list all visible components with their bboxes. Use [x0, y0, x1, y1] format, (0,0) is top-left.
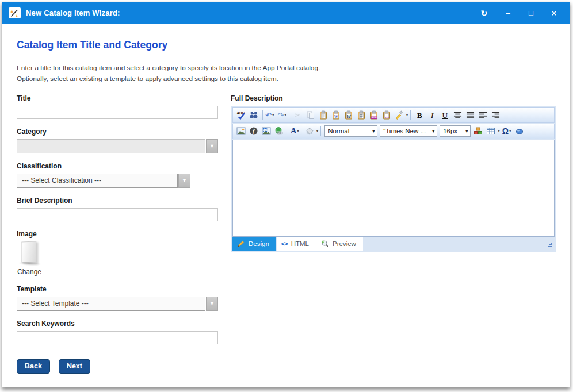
redo-icon[interactable]: ↷: [277, 112, 284, 119]
paragraph-style-caret-icon: ▾: [372, 129, 375, 134]
tab-preview[interactable]: Preview: [316, 237, 363, 251]
svg-text:★: ★: [15, 14, 18, 18]
category-label: Category: [17, 128, 218, 136]
title-bar: ★ ★ New Catalog Item Wizard: ↻ – □ ×: [2, 2, 570, 24]
maximize-icon[interactable]: □: [529, 9, 533, 17]
classification-label: Classification: [17, 162, 218, 170]
align-center-icon[interactable]: [451, 109, 464, 121]
redo-caret-icon[interactable]: ▾: [284, 113, 286, 117]
background-color-caret-icon[interactable]: ▾: [316, 129, 319, 133]
font-name-dropdown[interactable]: "Times New ... ▾: [380, 125, 437, 137]
editor-content-area[interactable]: [232, 140, 555, 237]
close-icon[interactable]: ×: [552, 9, 556, 17]
cut-icon[interactable]: ✂: [292, 109, 304, 121]
tab-html-label: HTML: [291, 240, 309, 247]
paste-plain-text-icon[interactable]: [355, 109, 368, 121]
resize-grip-icon[interactable]: [547, 242, 553, 248]
paragraph-style-value: Normal: [328, 128, 349, 134]
tab-html[interactable]: <> HTML: [277, 237, 316, 251]
bold-icon[interactable]: B: [413, 109, 426, 121]
description-line-1: Enter a title for this catalog item and …: [17, 63, 555, 74]
image-label: Image: [17, 230, 218, 238]
paste-options-icon[interactable]: <>: [380, 109, 393, 121]
module-manager-icon[interactable]: [513, 125, 526, 137]
back-button[interactable]: Back: [17, 359, 50, 374]
align-left-icon[interactable]: [476, 109, 489, 121]
find-replace-icon[interactable]: [247, 109, 260, 121]
toolbar-separator: [288, 126, 288, 136]
insert-table-icon[interactable]: [484, 125, 497, 137]
format-painter-caret-icon[interactable]: ▾: [406, 113, 408, 117]
insert-symbol-icon[interactable]: Ω: [502, 127, 509, 135]
wizard-body: Catalog Item Title and Category Enter a …: [2, 24, 570, 374]
insert-symbol-split-button[interactable]: Ω ▾: [502, 127, 511, 135]
template-select[interactable]: --- Select Template --- ▼: [17, 297, 218, 311]
toolbar-separator: [410, 110, 411, 120]
italic-icon[interactable]: I: [426, 109, 438, 121]
font-color-split-button[interactable]: A ▾: [291, 127, 299, 135]
template-dropdown-arrow-icon[interactable]: ▼: [206, 297, 218, 311]
insert-image-icon[interactable]: [235, 125, 247, 137]
undo-caret-icon[interactable]: ▾: [272, 113, 274, 117]
hyperlink-manager-icon[interactable]: [273, 125, 285, 137]
align-right-icon[interactable]: [489, 109, 502, 121]
font-name-caret-icon: ▾: [432, 129, 434, 134]
font-size-dropdown[interactable]: 16px ▾: [440, 125, 471, 137]
underline-icon[interactable]: U: [438, 109, 451, 121]
insert-table-split-button[interactable]: ▾: [484, 125, 500, 137]
tab-design-label: Design: [249, 240, 269, 247]
magnifier-icon: [321, 240, 329, 248]
insert-table-caret-icon[interactable]: ▾: [498, 129, 500, 133]
wizard-window: ★ ★ New Catalog Item Wizard: ↻ – □ × Cat…: [2, 2, 570, 387]
category-select-value[interactable]: [17, 139, 205, 153]
copy-icon[interactable]: [304, 109, 317, 121]
align-justify-icon[interactable]: [464, 109, 476, 121]
editor-toolbar-row-2: f: [232, 124, 555, 139]
undo-icon[interactable]: ↶: [265, 112, 272, 119]
insert-symbol-caret-icon[interactable]: ▾: [509, 129, 511, 133]
image-map-editor-icon[interactable]: [260, 125, 273, 137]
css-class-icon[interactable]: [472, 125, 484, 137]
refresh-icon[interactable]: ↻: [480, 9, 487, 17]
next-button[interactable]: Next: [59, 359, 90, 374]
flash-manager-icon[interactable]: f: [247, 125, 260, 137]
category-dropdown-arrow-icon[interactable]: ▼: [206, 139, 218, 153]
background-color-split-button[interactable]: ▾: [303, 125, 319, 137]
font-size-value: 16px: [443, 128, 457, 134]
paste-as-html-icon[interactable]: HTML: [368, 109, 380, 121]
brief-description-label: Brief Description: [17, 197, 218, 205]
editor-toolbar-row-1: ABC: [232, 107, 555, 123]
classification-select-value[interactable]: --- Select Classification ---: [17, 174, 178, 188]
paste-icon[interactable]: [317, 109, 330, 121]
window-controls: ↻ – □ ×: [480, 9, 563, 17]
title-input[interactable]: [17, 106, 218, 119]
format-painter-split-button[interactable]: ▾: [393, 109, 408, 121]
font-color-caret-icon[interactable]: ▾: [297, 129, 299, 133]
minimize-icon[interactable]: –: [506, 9, 510, 17]
paste-from-word-icon[interactable]: W: [330, 109, 342, 121]
search-keywords-input[interactable]: [17, 331, 218, 344]
font-size-caret-icon: ▾: [465, 129, 468, 134]
description-line-2: Optionally, select an existing a templat…: [17, 74, 555, 84]
background-color-icon[interactable]: [303, 125, 316, 137]
brief-description-input[interactable]: [17, 208, 218, 221]
window-title: New Catalog Item Wizard:: [26, 9, 120, 17]
undo-split-button[interactable]: ↶ ▾: [265, 112, 274, 119]
svg-text:W: W: [346, 114, 351, 120]
toolbar-separator: [262, 110, 263, 120]
format-painter-icon[interactable]: [393, 109, 406, 121]
code-brackets-icon: <>: [281, 240, 288, 247]
paste-from-word-clean-icon[interactable]: W: [342, 109, 355, 121]
tab-design[interactable]: Design: [232, 237, 276, 251]
redo-split-button[interactable]: ↷ ▾: [277, 112, 286, 119]
paragraph-style-dropdown[interactable]: Normal ▾: [324, 125, 377, 137]
font-color-icon[interactable]: A: [291, 127, 296, 135]
change-image-link[interactable]: Change: [17, 268, 41, 276]
category-select[interactable]: ▼: [17, 139, 218, 153]
title-label: Title: [17, 94, 218, 102]
classification-dropdown-arrow-icon[interactable]: ▼: [178, 174, 190, 188]
classification-select[interactable]: --- Select Classification --- ▼: [17, 174, 190, 188]
template-select-value[interactable]: --- Select Template ---: [17, 297, 205, 311]
spellcheck-icon[interactable]: ABC: [235, 109, 247, 121]
wizard-app-icon: ★ ★: [9, 7, 21, 18]
